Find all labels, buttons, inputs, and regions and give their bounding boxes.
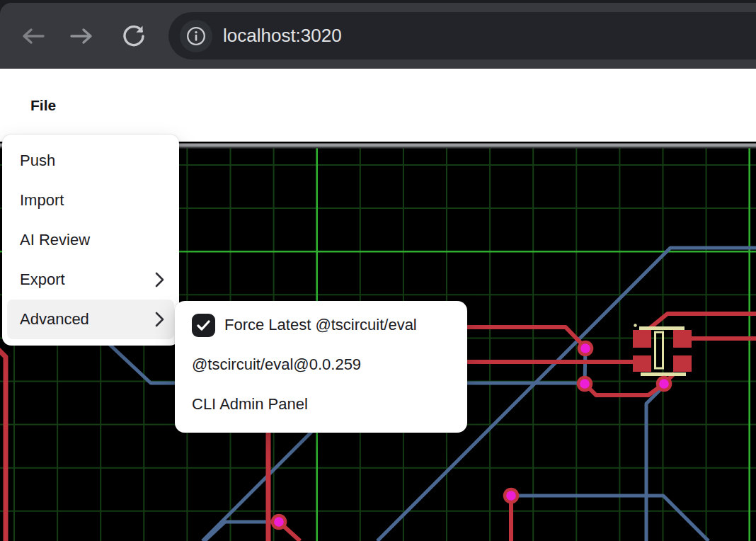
reload-button[interactable] <box>120 3 147 69</box>
submenu-item-eval-version[interactable]: @tscircuit/eval@0.0.259 <box>175 345 467 385</box>
menu-item-push[interactable]: Push <box>7 141 174 181</box>
submenu-item-label: CLI Admin Panel <box>192 395 308 414</box>
checkbox-checked-icon[interactable] <box>192 314 215 337</box>
advanced-submenu: Force Latest @tscircuit/eval @tscircuit/… <box>175 301 467 433</box>
file-menu: Push Import AI Review Export Advanced <box>2 135 179 346</box>
reload-icon <box>122 24 146 48</box>
menu-item-import[interactable]: Import <box>7 181 174 220</box>
submenu-item-force-latest-eval[interactable]: Force Latest @tscircuit/eval <box>175 305 467 345</box>
forward-button[interactable] <box>68 3 95 69</box>
back-arrow-icon <box>21 27 45 45</box>
silk-top-bar <box>639 326 685 330</box>
back-button[interactable] <box>20 3 47 69</box>
menu-file[interactable]: File <box>30 97 56 114</box>
menu-item-export[interactable]: Export <box>7 260 174 300</box>
via <box>578 341 594 357</box>
via <box>656 376 672 392</box>
menu-item-label: Advanced <box>20 310 89 329</box>
submenu-item-label: Force Latest @tscircuit/eval <box>224 316 417 334</box>
menu-item-label: AI Review <box>20 231 90 249</box>
menu-item-label: Push <box>20 152 55 170</box>
address-bar[interactable]: localhost:3020 <box>168 12 756 59</box>
menu-item-advanced[interactable]: Advanced <box>7 300 174 339</box>
browser-toolbar: localhost:3020 <box>0 3 756 69</box>
via <box>271 514 287 530</box>
menu-item-ai-review[interactable]: AI Review <box>7 220 174 260</box>
pad-bottom-left <box>633 355 651 372</box>
silk-bottom-bar <box>641 372 686 376</box>
via <box>503 488 520 504</box>
submenu-item-label: @tscircuit/eval@0.0.259 <box>192 355 361 374</box>
pad-bottom-right <box>673 355 692 372</box>
chevron-right-icon <box>155 312 164 327</box>
pad-top-right <box>673 330 692 348</box>
forward-arrow-icon <box>69 27 93 45</box>
menu-item-label: Export <box>20 270 65 289</box>
menu-item-label: Import <box>20 191 64 210</box>
browser-chrome: localhost:3020 <box>0 0 756 69</box>
chevron-right-icon <box>155 272 164 287</box>
url-text: localhost:3020 <box>223 25 342 47</box>
via <box>577 376 593 392</box>
site-info-button[interactable] <box>180 20 212 52</box>
site-info-icon <box>186 26 206 46</box>
submenu-item-cli-admin-panel[interactable]: CLI Admin Panel <box>175 385 467 424</box>
pad-top-left <box>633 330 651 348</box>
silk-pin1-dot <box>634 324 636 326</box>
